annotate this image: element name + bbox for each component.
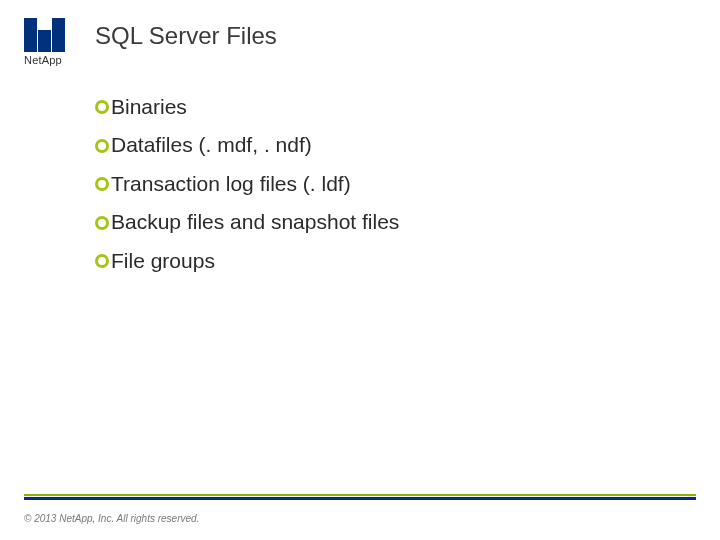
copyright-text: © 2013 NetApp, Inc. All rights reserved. (24, 513, 199, 524)
bullet-icon (95, 254, 109, 268)
netapp-logo-text: NetApp (24, 54, 62, 66)
list-item: Transaction log files (. ldf) (95, 169, 399, 199)
list-item: File groups (95, 246, 399, 276)
bullet-list: Binaries Datafiles (. mdf, . ndf) Transa… (95, 92, 399, 276)
list-item: Backup files and snapshot files (95, 207, 399, 237)
bullet-icon (95, 177, 109, 191)
bullet-icon (95, 216, 109, 230)
netapp-logo: NetApp (24, 18, 68, 66)
bullet-icon (95, 139, 109, 153)
list-item: Binaries (95, 92, 399, 122)
bullet-icon (95, 100, 109, 114)
footer-divider (24, 497, 696, 500)
list-item: Datafiles (. mdf, . ndf) (95, 130, 399, 160)
list-item-label: Datafiles (. mdf, . ndf) (111, 130, 312, 160)
list-item-label: File groups (111, 246, 215, 276)
list-item-label: Binaries (111, 92, 187, 122)
netapp-logo-mark (24, 18, 68, 52)
list-item-label: Transaction log files (. ldf) (111, 169, 351, 199)
slide-title: SQL Server Files (95, 22, 277, 50)
list-item-label: Backup files and snapshot files (111, 207, 399, 237)
